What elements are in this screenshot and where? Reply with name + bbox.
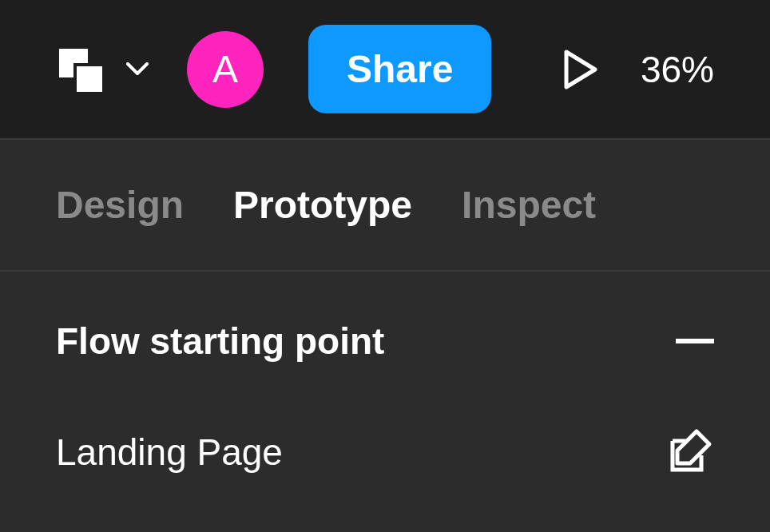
tabs: Design Prototype Inspect [0,140,770,272]
share-button[interactable]: Share [308,25,491,113]
flow-name[interactable]: Landing Page [56,431,283,474]
tab-inspect[interactable]: Inspect [462,183,596,227]
remove-icon[interactable] [676,339,714,343]
section-header: Flow starting point [56,320,714,363]
svg-rect-2 [676,339,714,343]
avatar-initial: A [212,47,238,91]
svg-rect-1 [75,65,104,93]
flow-row: Landing Page [56,428,714,476]
toolbar: A Share 36% [0,0,770,140]
section-title: Flow starting point [56,320,384,363]
prototype-panel: Flow starting point Landing Page [0,272,770,532]
play-icon[interactable] [563,49,598,90]
tab-prototype[interactable]: Prototype [233,183,412,227]
avatar[interactable]: A [187,31,264,108]
tab-design[interactable]: Design [56,183,184,227]
zoom-level[interactable]: 36% [641,48,714,91]
edit-icon[interactable] [666,428,714,476]
chevron-down-icon[interactable] [126,62,149,77]
figma-logo-icon[interactable] [56,46,104,93]
